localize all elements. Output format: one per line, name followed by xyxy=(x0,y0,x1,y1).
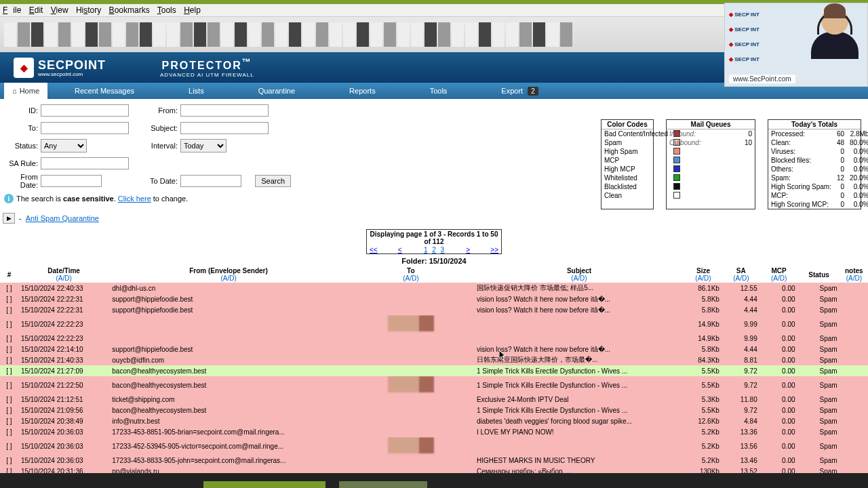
export-badge: 2 xyxy=(528,87,538,96)
row-checkbox[interactable]: [ ] xyxy=(0,283,18,293)
lbl-to: To: xyxy=(3,124,38,132)
pager-page-1[interactable]: 1 xyxy=(424,246,428,253)
webcam-overlay: SECP INTSECP INT SECP INTSECP INT www.Se… xyxy=(724,3,868,87)
nav-lists[interactable]: Lists xyxy=(161,87,231,95)
lbl-interval: Interval: xyxy=(142,142,178,150)
table-row[interactable]: [ ] 15/10/2024 22:40:33 dhl@dhl-us.cn 国际… xyxy=(0,283,868,293)
pager-last[interactable]: >> xyxy=(490,246,498,253)
col-size[interactable]: Size(A/D) xyxy=(684,266,722,283)
row-checkbox[interactable]: [ ] xyxy=(0,405,18,415)
nav-export[interactable]: Export 2 xyxy=(474,87,565,95)
input-sarule[interactable] xyxy=(41,157,129,169)
row-checkbox[interactable]: [ ] xyxy=(0,426,18,437)
menu-file[interactable]: File xyxy=(3,5,21,15)
table-row[interactable]: [ ] 15/10/2024 22:22:31 support@hippiefo… xyxy=(0,304,868,315)
col-sa[interactable]: SA(A/D) xyxy=(722,266,760,283)
expand-button[interactable]: ▶ xyxy=(3,213,15,224)
nav-reports[interactable]: Reports xyxy=(322,87,403,95)
input-fromdate[interactable] xyxy=(41,175,102,187)
lbl-subject: Subject: xyxy=(142,124,178,132)
col-datetime[interactable]: Date/Time(A/D) xyxy=(18,266,109,283)
note-link[interactable]: Click here xyxy=(118,195,151,203)
row-checkbox[interactable]: [ ] xyxy=(0,455,18,466)
mail-queues-panel: Mail Queues Inbound:0 Outbound:10 xyxy=(666,119,755,209)
pager-next[interactable]: > xyxy=(466,246,470,253)
table-row[interactable]: [ ] 15/10/2024 22:14:10 support@hippiefo… xyxy=(0,344,868,354)
table-row[interactable]: [ ] 15/10/2024 20:36:03 17233-453-8851-9… xyxy=(0,426,868,437)
row-checkbox[interactable]: [ ] xyxy=(0,344,18,354)
col-subject[interactable]: Subject(A/D) xyxy=(474,266,684,283)
col-status[interactable]: Status xyxy=(798,266,840,283)
todays-totals-panel: Today's Totals Processed:602.8MbClean:48… xyxy=(768,119,861,209)
webcam-url: www.SecPoint.com xyxy=(729,75,795,83)
menu-help[interactable]: Help xyxy=(184,5,201,15)
col-from[interactable]: From (Envelope Sender)(A/D) xyxy=(109,266,348,283)
product-name: PROTECTOR™ ADVANCED AI UTM FIREWALL xyxy=(160,57,254,78)
lbl-status: Status: xyxy=(3,142,38,150)
table-row[interactable]: [ ] 15/10/2024 20:36:03 17233-452-53945-… xyxy=(0,437,868,455)
row-checkbox[interactable]: [ ] xyxy=(0,376,18,394)
pixelated-recipient xyxy=(388,437,434,453)
table-row[interactable]: [ ] 15/10/2024 22:22:23 14.9Kb 9.99 0.00… xyxy=(0,333,868,344)
col-notes[interactable]: notes(A/D) xyxy=(840,266,868,283)
table-row[interactable]: [ ] 15/10/2024 20:38:49 info@nutrx.best … xyxy=(0,415,868,426)
lbl-from: From: xyxy=(142,106,178,115)
pixelated-recipient xyxy=(388,315,434,331)
search-button[interactable]: Search xyxy=(255,175,291,187)
color-codes-panel: Color Codes Bad Content/InfectedSpamHigh… xyxy=(601,119,654,209)
shield-icon: ◆ xyxy=(14,58,34,78)
input-id[interactable] xyxy=(41,104,129,117)
anti-spam-quarantine: ▶ - Anti Spam Quarantine xyxy=(3,213,868,224)
row-checkbox[interactable]: [ ] xyxy=(0,394,18,405)
menu-tools[interactable]: Tools xyxy=(157,5,176,15)
table-row[interactable]: [ ] 15/10/2024 20:36:03 17233-453-8833-9… xyxy=(0,455,868,466)
table-row[interactable]: [ ] 15/10/2024 21:40:33 ouycb@idfin.com … xyxy=(0,354,868,365)
table-row[interactable]: [ ] 15/10/2024 21:22:50 bacon@healthyeco… xyxy=(0,376,868,394)
mouse-cursor xyxy=(499,350,507,361)
menu-history[interactable]: History xyxy=(76,5,101,15)
message-table: # Date/Time(A/D) From (Envelope Sender)(… xyxy=(0,266,868,488)
col-num[interactable]: # xyxy=(0,266,18,283)
asq-link[interactable]: Anti Spam Quarantine xyxy=(26,214,99,222)
home-icon: ⌂ xyxy=(12,87,17,95)
lbl-todate: To Date: xyxy=(142,177,178,185)
menu-bookmarks[interactable]: Bookmarks xyxy=(109,5,150,15)
pager: Displaying page 1 of 3 - Records 1 to 50… xyxy=(366,229,502,254)
menu-edit[interactable]: Edit xyxy=(29,5,43,15)
nav-home[interactable]: ⌂ Home xyxy=(4,83,47,99)
row-checkbox[interactable]: [ ] xyxy=(0,354,18,365)
input-todate[interactable] xyxy=(180,175,241,187)
pager-prev[interactable]: < xyxy=(398,246,402,253)
pixelated-recipient xyxy=(388,376,434,392)
input-subject[interactable] xyxy=(180,122,269,134)
input-from[interactable] xyxy=(180,104,269,117)
pager-page-3[interactable]: 3 xyxy=(441,246,445,253)
row-checkbox[interactable]: [ ] xyxy=(0,304,18,315)
col-to[interactable]: To(A/D) xyxy=(348,266,474,283)
table-row[interactable]: [ ] 15/10/2024 22:22:31 support@hippiefo… xyxy=(0,293,868,304)
menu-view[interactable]: View xyxy=(51,5,68,15)
col-mcp[interactable]: MCP(A/D) xyxy=(760,266,798,283)
table-row[interactable]: [ ] 15/10/2024 21:27:09 bacon@healthyeco… xyxy=(0,365,868,376)
nav-quarantine[interactable]: Quarantine xyxy=(231,87,322,95)
pager-first[interactable]: << xyxy=(370,246,378,253)
table-row[interactable]: [ ] 15/10/2024 21:09:56 bacon@healthyeco… xyxy=(0,405,868,415)
row-checkbox[interactable]: [ ] xyxy=(0,333,18,344)
row-checkbox[interactable]: [ ] xyxy=(0,437,18,455)
select-interval[interactable]: Today xyxy=(180,139,226,152)
lbl-id: ID: xyxy=(3,106,38,115)
pager-page-2[interactable]: 2 xyxy=(432,246,436,253)
nav-tools[interactable]: Tools xyxy=(403,87,475,95)
row-checkbox[interactable]: [ ] xyxy=(0,415,18,426)
table-row[interactable]: [ ] 15/10/2024 22:22:23 14.9Kb 9.99 0.00… xyxy=(0,315,868,333)
row-checkbox[interactable]: [ ] xyxy=(0,293,18,304)
input-to[interactable] xyxy=(41,122,129,134)
nav-recent-messages[interactable]: Recent Messages xyxy=(47,87,161,95)
select-status[interactable]: Any xyxy=(41,139,87,152)
table-row[interactable]: [ ] 15/10/2024 21:12:51 ticket@shipping.… xyxy=(0,394,868,405)
bottom-bar xyxy=(0,473,868,488)
row-checkbox[interactable]: [ ] xyxy=(0,365,18,376)
folder-label: Folder: 15/10/2024 xyxy=(0,257,868,265)
info-icon: i xyxy=(4,194,14,203)
row-checkbox[interactable]: [ ] xyxy=(0,315,18,333)
